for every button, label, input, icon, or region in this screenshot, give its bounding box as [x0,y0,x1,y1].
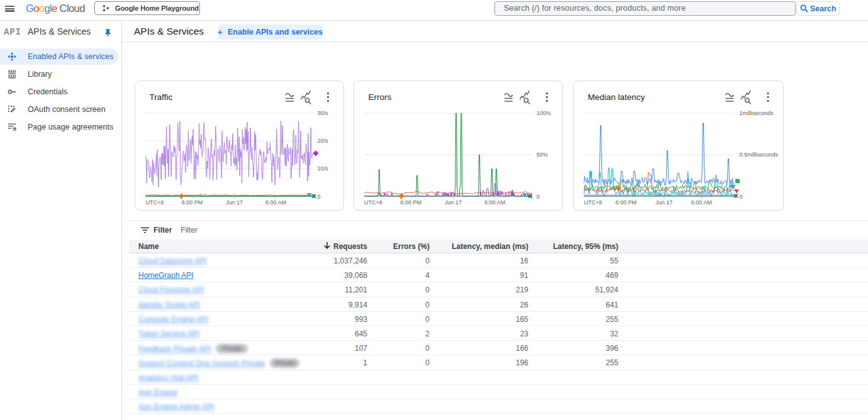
svg-text:Jun 17: Jun 17 [445,199,462,206]
svg-text:100%: 100% [537,110,551,116]
svg-text:Traffic: Traffic [149,92,172,102]
svg-text:6:00 PM: 6:00 PM [400,199,421,206]
svg-text:6:00 PM: 6:00 PM [181,199,203,206]
svg-text:0.5milliseconds: 0.5milliseconds [739,152,778,158]
svg-text:30/s: 30/s [317,110,328,116]
svg-text:6:00 AM: 6:00 AM [265,199,286,206]
svg-text:1milliseconds: 1milliseconds [739,110,774,116]
svg-text:6:00 AM: 6:00 AM [691,199,711,206]
svg-text:6:00 AM: 6:00 AM [484,199,505,206]
svg-text:0: 0 [739,194,742,200]
svg-text:50%: 50% [537,152,548,158]
svg-text:Median latency: Median latency [587,92,645,102]
svg-text:0: 0 [317,194,320,200]
svg-text:20/s: 20/s [317,138,328,144]
svg-text:Jun 17: Jun 17 [225,199,242,206]
svg-text:10/s: 10/s [317,165,328,172]
svg-text:Jun 17: Jun 17 [655,199,672,206]
svg-text:UTC+8: UTC+8 [364,199,382,206]
svg-text:0: 0 [537,194,540,200]
svg-text:Errors: Errors [369,92,392,102]
svg-text:6:00 PM: 6:00 PM [615,199,637,206]
svg-text:UTC+8: UTC+8 [584,199,602,206]
svg-text:UTC+8: UTC+8 [145,199,164,206]
